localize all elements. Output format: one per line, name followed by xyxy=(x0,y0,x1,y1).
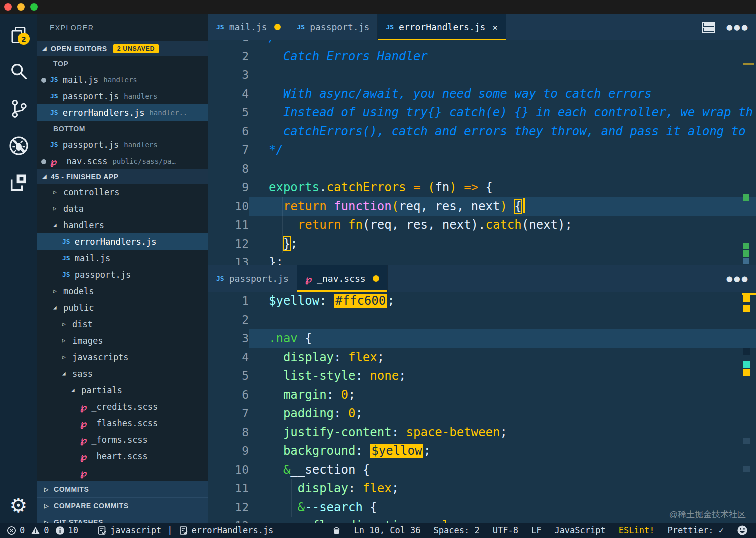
status-item-prettier-[interactable]: Prettier: ✓ xyxy=(668,526,724,536)
code-token: ( xyxy=(428,180,435,194)
status-item-javascript[interactable]: JavaScript xyxy=(554,526,606,536)
split-editor-icon[interactable] xyxy=(702,22,716,33)
tree-item-mail.js[interactable]: JSmail.js xyxy=(38,250,208,266)
explorer-activity-button[interactable]: 2 xyxy=(0,22,38,50)
status-item-ln-10-col-36[interactable]: Ln 10, Col 36 xyxy=(354,526,421,536)
status-item-spaces-2[interactable]: Spaces: 2 xyxy=(434,526,480,536)
line-number: 3 xyxy=(208,66,249,85)
code-line-2[interactable]: 2 Catch Errors Handler xyxy=(208,48,756,66)
tree-item-_flashes.scss[interactable]: ℘_flashes.scss xyxy=(38,415,208,432)
code-line-10[interactable]: 10 return function(req, res, next) { xyxy=(208,198,756,216)
extensions-activity-button[interactable] xyxy=(0,169,38,197)
status-item--[interactable]: | xyxy=(168,526,172,536)
tree-item-javascripts[interactable]: ▷javascripts xyxy=(38,349,208,366)
tree-item-_forms.scss[interactable]: ℘_forms.scss xyxy=(38,432,208,448)
tree-item-controllers[interactable]: ▷controllers xyxy=(38,184,208,200)
open-editor-item-mail.js[interactable]: JSmail.jshandlers xyxy=(38,72,208,88)
open-editor-item-errorHandlers.js[interactable]: JSerrorHandlers.jshandler.. xyxy=(38,104,208,121)
tree-item-dist[interactable]: ▷dist xyxy=(38,316,208,332)
open-editor-item-passport.js[interactable]: JSpassport.jshandlers xyxy=(38,88,208,104)
code-line-11[interactable]: 11 display: flex; xyxy=(208,480,756,498)
code-line-4[interactable]: 4 display: flex; xyxy=(208,348,756,368)
tree-item-label: models xyxy=(64,286,94,296)
settings-button[interactable]: ⚙ xyxy=(0,492,38,520)
open-editor-item-passport.js[interactable]: JSpassport.jshandlers xyxy=(38,136,208,153)
status-item[interactable] xyxy=(332,526,342,536)
code-line-2[interactable]: 2 xyxy=(208,311,756,330)
tree-item-passport.js[interactable]: JSpassport.js xyxy=(38,266,208,283)
tab-mail.js[interactable]: JSmail.js xyxy=(208,14,290,40)
code-line-5[interactable]: 5 Instead of using try{} catch(e) {} in … xyxy=(208,104,756,122)
section-commits[interactable]: ▷COMMITS xyxy=(38,481,208,498)
line-number: 7 xyxy=(208,404,249,424)
js-file-icon: JS xyxy=(298,24,306,31)
code-line-9[interactable]: 9exports.catchErrors = (fn) => { xyxy=(208,178,756,198)
top-editor[interactable]: 1/*2 Catch Errors Handler34 With async/a… xyxy=(208,40,756,266)
code-line-1[interactable]: 1$yellow: #ffc600; xyxy=(208,292,756,311)
tree-item-images[interactable]: ▷images xyxy=(38,332,208,349)
code-line-3[interactable]: 3 xyxy=(208,66,756,85)
folder-root-header[interactable]: ◢ 45 - FINISHED APP xyxy=(38,170,208,184)
status-item-utf-8[interactable]: UTF-8 xyxy=(493,526,518,536)
overview-ruler-mark xyxy=(743,194,750,201)
tab-passport.js[interactable]: JSpassport.js xyxy=(290,14,378,40)
tree-item-errorHandlers.js[interactable]: JSerrorHandlers.js xyxy=(38,234,208,250)
section-compare-commits[interactable]: ▷COMPARE COMMITS xyxy=(38,498,208,514)
more-actions-icon[interactable]: ●●● xyxy=(726,23,749,32)
zoom-window-button[interactable] xyxy=(30,4,38,11)
code-token: ; xyxy=(424,444,430,458)
source-control-activity-button[interactable] xyxy=(0,95,38,123)
code-line-12[interactable]: 12 }; xyxy=(208,235,756,254)
tree-item-partials[interactable]: ◢partials xyxy=(38,382,208,398)
open-editor-item-_nav.scss[interactable]: ℘_nav.scsspublic/sass/pa… xyxy=(38,153,208,170)
overview-ruler-mark xyxy=(743,369,750,376)
code-line-5[interactable]: 5 list-style: none; xyxy=(208,367,756,386)
tree-item-_heart.scss[interactable]: ℘_heart.scss xyxy=(38,448,208,464)
tab-passport.js[interactable]: JSpassport.js xyxy=(208,266,298,292)
code-line-7[interactable]: 7 padding: 0; xyxy=(208,404,756,424)
status-item-eslint-[interactable]: ESLint! xyxy=(619,526,655,536)
code-line-6[interactable]: 6 margin: 0; xyxy=(208,386,756,405)
tree-item-public[interactable]: ◢public xyxy=(38,300,208,316)
tree-item-models[interactable]: ▷models xyxy=(38,283,208,300)
more-actions-icon[interactable]: ●●● xyxy=(726,274,749,284)
close-window-button[interactable] xyxy=(4,4,12,11)
line-number: 11 xyxy=(208,480,249,498)
code-line-8[interactable]: 8 xyxy=(208,160,756,179)
search-activity-button[interactable] xyxy=(0,58,38,86)
tree-item-_credits.scss[interactable]: ℘_credits.scss xyxy=(38,398,208,415)
code-token: $yellow xyxy=(370,444,424,458)
code-line-13[interactable]: 13}; xyxy=(208,254,756,266)
code-line-7[interactable]: 7*/ xyxy=(208,141,756,160)
tree-item-handlers[interactable]: ◢handlers xyxy=(38,217,208,234)
status-item[interactable] xyxy=(737,525,748,536)
code-line-1[interactable]: 1/* xyxy=(208,40,756,48)
code-line-9[interactable]: 9 background: $yellow; xyxy=(208,442,756,461)
code-token: 0 xyxy=(342,388,348,402)
tab-errorHandlers.js[interactable]: JSerrorHandlers.js✕ xyxy=(378,14,506,40)
overview-ruler-mark xyxy=(744,258,750,264)
open-editors-header[interactable]: ◢ OPEN EDITORS 2 UNSAVED xyxy=(38,42,208,56)
status-item-0[interactable]: 0 xyxy=(31,526,49,536)
code-line-10[interactable]: 10 &__section { xyxy=(208,461,756,480)
status-item-errorhandlers-js[interactable]: errorHandlers.js xyxy=(179,526,274,536)
minimize-window-button[interactable] xyxy=(18,4,25,11)
debug-activity-button[interactable] xyxy=(0,132,38,160)
code-line-8[interactable]: 8 justify-content: space-between; xyxy=(208,424,756,442)
status-item-javascript[interactable]: javascript xyxy=(98,526,162,536)
tree-item-sass[interactable]: ◢sass xyxy=(38,366,208,382)
code-line-4[interactable]: 4 With async/await, you need some way to… xyxy=(208,85,756,104)
close-icon[interactable]: ✕ xyxy=(492,22,498,32)
code-line-11[interactable]: 11 return fn(req, res, next).catch(next)… xyxy=(208,216,756,235)
status-item-lf[interactable]: LF xyxy=(532,526,542,536)
tree-item-clipped[interactable]: ℘ xyxy=(38,464,208,481)
tab-_nav.scss[interactable]: ℘_nav.scss xyxy=(298,266,388,292)
js-file-icon: JS xyxy=(50,92,58,100)
code-line-6[interactable]: 6 catchErrors(), catch and errors they t… xyxy=(208,122,756,142)
section-git-stashes[interactable]: ▷GIT STASHES xyxy=(38,514,208,523)
code-line-3[interactable]: 3.nav { xyxy=(208,330,756,348)
status-item-0[interactable]: 0 xyxy=(7,526,25,536)
tree-item-data[interactable]: ▷data xyxy=(38,200,208,217)
status-item-10[interactable]: 10 xyxy=(56,526,78,536)
bottom-editor[interactable]: 1$yellow: #ffc600;23.nav {4 display: fle… xyxy=(208,292,756,523)
